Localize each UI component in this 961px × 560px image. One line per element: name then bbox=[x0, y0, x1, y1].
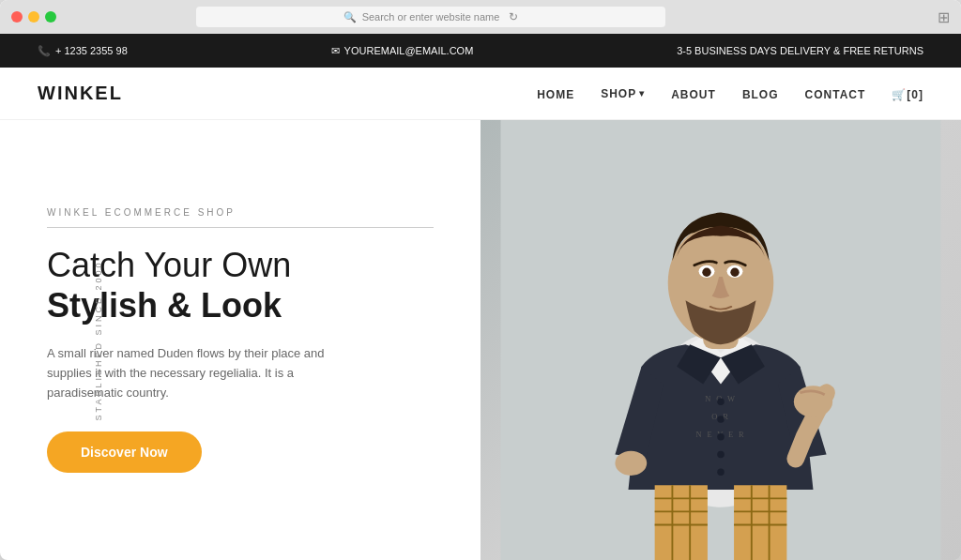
hero-title: Catch Your Own Stylish & Look bbox=[47, 234, 434, 344]
minimize-button[interactable] bbox=[28, 11, 39, 23]
svg-point-25 bbox=[717, 398, 725, 405]
hero-left: STABLISHED SINCE 2000 WINKEL ECOMMERCE S… bbox=[0, 120, 480, 560]
nav-link-shop[interactable]: SHOP bbox=[601, 87, 645, 100]
svg-point-23 bbox=[730, 268, 739, 277]
hero-person-svg: N O W O R N E V E R bbox=[480, 120, 961, 560]
hero-subtitle: WINKEL ECOMMERCE SHOP bbox=[47, 207, 434, 228]
refresh-icon[interactable]: ↻ bbox=[509, 10, 518, 23]
address-text: Search or enter website name bbox=[362, 11, 500, 23]
phone-number: + 1235 2355 98 bbox=[55, 45, 128, 56]
site-logo[interactable]: WINKEL bbox=[38, 83, 123, 104]
close-button[interactable] bbox=[11, 11, 23, 23]
hero-title-light: Catch Your Own bbox=[47, 245, 434, 285]
svg-point-26 bbox=[717, 416, 725, 423]
nav-links: HOME SHOP ABOUT BLOG CONTACT 🛒[0] bbox=[537, 85, 923, 102]
discover-now-button[interactable]: Discover Now bbox=[47, 431, 202, 473]
svg-rect-6 bbox=[655, 485, 708, 560]
expand-icon[interactable]: ⊞ bbox=[938, 8, 950, 26]
svg-point-28 bbox=[717, 451, 725, 459]
nav-item-cart[interactable]: 🛒[0] bbox=[892, 85, 923, 102]
browser-window: 🔍 Search or enter website name ↻ ⊞ 📞 + 1… bbox=[0, 0, 961, 560]
phone-icon: 📞 bbox=[38, 45, 51, 57]
nav-item-shop[interactable]: SHOP bbox=[601, 87, 645, 100]
nav-link-blog[interactable]: BLOG bbox=[742, 88, 779, 101]
svg-rect-7 bbox=[734, 485, 786, 560]
svg-point-22 bbox=[702, 268, 710, 277]
svg-point-5 bbox=[615, 451, 647, 476]
hero-image: N O W O R N E V E R bbox=[480, 120, 961, 560]
top-bar: 📞 + 1235 2355 98 ✉ YOUREMAIL@EMAIL.COM 3… bbox=[0, 34, 961, 68]
hero-title-bold: Stylish & Look bbox=[47, 285, 434, 325]
nav-item-home[interactable]: HOME bbox=[537, 85, 574, 102]
phone-info: 📞 + 1235 2355 98 bbox=[38, 45, 128, 57]
delivery-text: 3-5 BUSINESS DAYS DELIVERY & FREE RETURN… bbox=[677, 45, 923, 56]
address-bar[interactable]: 🔍 Search or enter website name ↻ bbox=[196, 7, 665, 27]
search-icon: 🔍 bbox=[343, 11, 357, 23]
side-text: STABLISHED SINCE 2000 bbox=[94, 260, 103, 420]
delivery-info: 3-5 BUSINESS DAYS DELIVERY & FREE RETURN… bbox=[677, 45, 923, 56]
nav-link-about[interactable]: ABOUT bbox=[671, 88, 716, 101]
nav-item-about[interactable]: ABOUT bbox=[671, 85, 716, 102]
email-info: ✉ YOUREMAIL@EMAIL.COM bbox=[331, 45, 474, 57]
email-address: YOUREMAIL@EMAIL.COM bbox=[344, 45, 474, 56]
nav-link-contact[interactable]: CONTACT bbox=[805, 88, 866, 101]
browser-chrome: 🔍 Search or enter website name ↻ ⊞ bbox=[0, 0, 961, 34]
main-nav: WINKEL HOME SHOP ABOUT BLOG CONTACT bbox=[0, 68, 961, 120]
website-content: 📞 + 1235 2355 98 ✉ YOUREMAIL@EMAIL.COM 3… bbox=[0, 34, 961, 560]
nav-link-home[interactable]: HOME bbox=[537, 88, 574, 101]
hero-right: N O W O R N E V E R bbox=[480, 120, 961, 560]
maximize-button[interactable] bbox=[45, 11, 56, 23]
svg-point-27 bbox=[717, 433, 725, 441]
traffic-lights bbox=[11, 11, 56, 23]
hero-section: STABLISHED SINCE 2000 WINKEL ECOMMERCE S… bbox=[0, 120, 961, 560]
email-icon: ✉ bbox=[331, 45, 340, 57]
cart-link[interactable]: 🛒[0] bbox=[892, 88, 923, 101]
svg-point-29 bbox=[717, 468, 725, 476]
nav-item-blog[interactable]: BLOG bbox=[742, 85, 779, 102]
nav-item-contact[interactable]: CONTACT bbox=[805, 85, 866, 102]
